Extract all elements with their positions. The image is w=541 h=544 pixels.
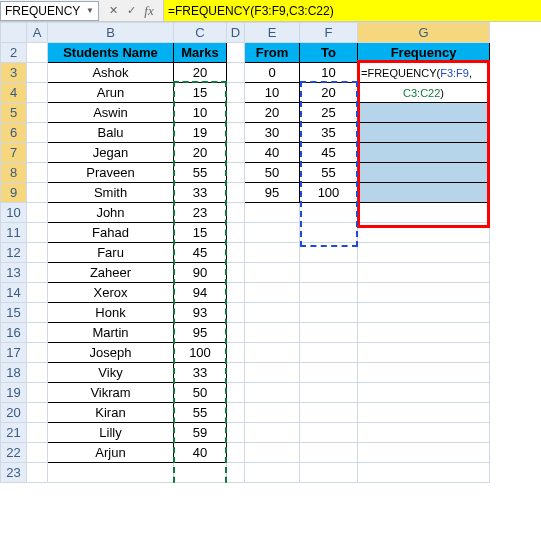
cell-B4[interactable]: Arun [48,83,174,103]
row-header-10[interactable]: 10 [1,203,27,223]
cell-E3[interactable]: 0 [245,63,300,83]
cell-C2[interactable]: Marks [174,43,227,63]
cell-D11[interactable] [227,223,245,243]
cell-D2[interactable] [227,43,245,63]
cell-B2[interactable]: Students Name [48,43,174,63]
cell-C23[interactable] [174,463,227,483]
cell-C3[interactable]: 20 [174,63,227,83]
cell-G18[interactable] [358,363,490,383]
cell-G23[interactable] [358,463,490,483]
cell-G13[interactable] [358,263,490,283]
row-header-5[interactable]: 5 [1,103,27,123]
cell-B17[interactable]: Joseph [48,343,174,363]
row-header-8[interactable]: 8 [1,163,27,183]
cell-D6[interactable] [227,123,245,143]
cell-F7[interactable]: 45 [300,143,358,163]
row-header-19[interactable]: 19 [1,383,27,403]
cell-A20[interactable] [27,403,48,423]
row-header-22[interactable]: 22 [1,443,27,463]
cell-B13[interactable]: Zaheer [48,263,174,283]
cell-B10[interactable]: John [48,203,174,223]
accept-icon[interactable]: ✓ [123,4,139,17]
cell-A21[interactable] [27,423,48,443]
cell-D20[interactable] [227,403,245,423]
cell-C15[interactable]: 93 [174,303,227,323]
cell-G20[interactable] [358,403,490,423]
cell-F5[interactable]: 25 [300,103,358,123]
cell-E8[interactable]: 50 [245,163,300,183]
cell-A8[interactable] [27,163,48,183]
cell-F18[interactable] [300,363,358,383]
cell-G21[interactable] [358,423,490,443]
cell-E19[interactable] [245,383,300,403]
cell-C4[interactable]: 15 [174,83,227,103]
cell-F10[interactable] [300,203,358,223]
cell-F6[interactable]: 35 [300,123,358,143]
cell-A23[interactable] [27,463,48,483]
cell-F11[interactable] [300,223,358,243]
cell-E17[interactable] [245,343,300,363]
cell-C10[interactable]: 23 [174,203,227,223]
cell-E4[interactable]: 10 [245,83,300,103]
cell-E6[interactable]: 30 [245,123,300,143]
cell-E7[interactable]: 40 [245,143,300,163]
cell-D12[interactable] [227,243,245,263]
cell-C19[interactable]: 50 [174,383,227,403]
cell-A7[interactable] [27,143,48,163]
spreadsheet-grid[interactable]: A B C D E F G 2Students NameMarksFromToF… [0,22,541,483]
cell-C22[interactable]: 40 [174,443,227,463]
cell-C9[interactable]: 33 [174,183,227,203]
cell-B23[interactable] [48,463,174,483]
cell-C8[interactable]: 55 [174,163,227,183]
cell-G9[interactable] [358,183,490,203]
cell-B14[interactable]: Xerox [48,283,174,303]
cell-A17[interactable] [27,343,48,363]
cell-A14[interactable] [27,283,48,303]
cell-B18[interactable]: Viky [48,363,174,383]
cell-B11[interactable]: Fahad [48,223,174,243]
cell-C21[interactable]: 59 [174,423,227,443]
cell-G17[interactable] [358,343,490,363]
row-header-17[interactable]: 17 [1,343,27,363]
cell-F20[interactable] [300,403,358,423]
row-header-15[interactable]: 15 [1,303,27,323]
cell-B6[interactable]: Balu [48,123,174,143]
cell-B16[interactable]: Martin [48,323,174,343]
cell-E23[interactable] [245,463,300,483]
cell-A11[interactable] [27,223,48,243]
cell-C13[interactable]: 90 [174,263,227,283]
row-header-21[interactable]: 21 [1,423,27,443]
cell-B21[interactable]: Lilly [48,423,174,443]
col-header-A[interactable]: A [27,23,48,43]
cell-F2[interactable]: To [300,43,358,63]
col-header-G[interactable]: G [358,23,490,43]
cell-D4[interactable] [227,83,245,103]
col-header-C[interactable]: C [174,23,227,43]
cell-G12[interactable] [358,243,490,263]
cell-G2[interactable]: Frequency [358,43,490,63]
cell-D14[interactable] [227,283,245,303]
cell-C12[interactable]: 45 [174,243,227,263]
cell-F19[interactable] [300,383,358,403]
cell-F21[interactable] [300,423,358,443]
select-all-corner[interactable] [1,23,27,43]
cell-A18[interactable] [27,363,48,383]
col-header-B[interactable]: B [48,23,174,43]
cell-A15[interactable] [27,303,48,323]
cell-E20[interactable] [245,403,300,423]
cell-D3[interactable] [227,63,245,83]
row-header-16[interactable]: 16 [1,323,27,343]
cell-B7[interactable]: Jegan [48,143,174,163]
cell-C11[interactable]: 15 [174,223,227,243]
cell-E22[interactable] [245,443,300,463]
row-header-20[interactable]: 20 [1,403,27,423]
cell-C14[interactable]: 94 [174,283,227,303]
row-header-4[interactable]: 4 [1,83,27,103]
cell-B9[interactable]: Smith [48,183,174,203]
cell-A22[interactable] [27,443,48,463]
cell-F4[interactable]: 20 [300,83,358,103]
cell-F13[interactable] [300,263,358,283]
row-header-3[interactable]: 3 [1,63,27,83]
cell-G5[interactable] [358,103,490,123]
cell-A10[interactable] [27,203,48,223]
